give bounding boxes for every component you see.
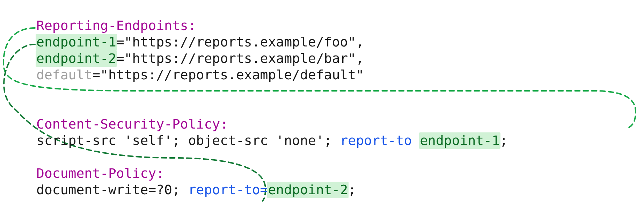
csp-report-to-target: endpoint-1 (419, 132, 500, 149)
endpoint-1-name: endpoint-1 (36, 34, 117, 50)
endpoint-default-name: default (36, 67, 92, 82)
docpolicy-report-to-keyword: report-to= (188, 182, 268, 197)
header-document-policy: Document-Policy: (36, 166, 164, 181)
csp-tail: ; (500, 133, 508, 148)
docpolicy-directives: document-write=?0; (36, 182, 188, 197)
csp-directives: script-src 'self'; object-src 'none'; (36, 133, 340, 148)
docpolicy-report-to-target: endpoint-2 (267, 182, 349, 198)
code-block: Reporting-Endpoints: endpoint-1="https:/… (36, 17, 508, 198)
endpoint-1-value: ="https://reports.example/foo", (116, 34, 364, 50)
diagram-stage: Reporting-Endpoints: endpoint-1="https:/… (0, 0, 644, 218)
csp-report-to-keyword: report-to (340, 133, 420, 148)
docpolicy-tail: ; (348, 182, 356, 197)
header-reporting-endpoints: Reporting-Endpoints: (36, 18, 196, 33)
endpoint-2-name: endpoint-2 (36, 50, 117, 67)
header-csp: Content-Security-Policy: (36, 116, 228, 132)
endpoint-2-value: ="https://reports.example/bar", (116, 51, 364, 66)
endpoint-default-value: ="https://reports.example/default" (92, 67, 364, 82)
